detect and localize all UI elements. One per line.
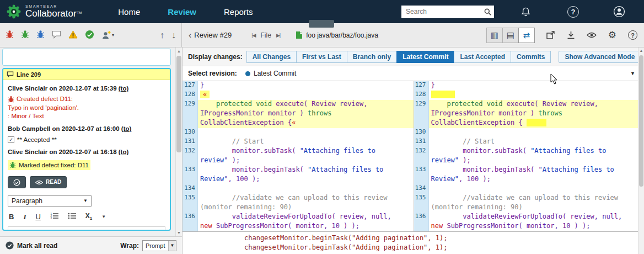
bold-button[interactable]: B	[9, 213, 14, 221]
numbered-list-button[interactable]: 123	[50, 213, 58, 221]
line-number[interactable]: 135	[414, 194, 429, 203]
code-line[interactable]: new SubProgressMonitor( monitor, 10 ) );	[198, 222, 414, 231]
line-number[interactable]: 127	[183, 81, 198, 91]
code-line[interactable]: Review", 100 );	[198, 175, 414, 184]
context-code-line[interactable]: changesetMonitor.beginTask("Adding pagin…	[183, 234, 644, 243]
code-line[interactable]: IProgressMonitor monitor ) throws	[429, 109, 644, 119]
comment-input[interactable]	[8, 226, 165, 231]
subscript-button[interactable]: X1	[85, 212, 92, 221]
back-chevron-icon[interactable]: ‹	[189, 31, 191, 40]
code-line[interactable]: (monitor remaining: 90)	[198, 203, 414, 213]
line-number[interactable]: 134	[414, 184, 429, 194]
line-number[interactable]	[414, 222, 429, 231]
code-line[interactable]	[429, 184, 644, 194]
paragraph-select[interactable]: Paragraph ▼	[8, 195, 92, 207]
read-button[interactable]: READ	[30, 176, 67, 188]
line-number[interactable]	[183, 119, 198, 128]
next-change-icon[interactable]: ↓	[171, 30, 176, 40]
wrap-select[interactable]: Prompt ▼	[142, 240, 176, 251]
comment-bubble-icon[interactable]	[52, 30, 61, 40]
btn-branch-only[interactable]: Branch only	[347, 51, 397, 63]
external-defect-icon[interactable]	[36, 30, 45, 40]
btn-first-vs-last[interactable]: First vs Last	[296, 51, 347, 63]
open-external-icon[interactable]	[546, 31, 555, 39]
nav-home[interactable]: Home	[118, 7, 140, 17]
line-number[interactable]	[414, 119, 429, 128]
code-line[interactable]	[429, 91, 644, 100]
settings-gear-icon[interactable]: ⚙	[608, 30, 616, 40]
code-line[interactable]: // Start	[429, 137, 644, 147]
code-line[interactable]: CollabClientException {«	[198, 119, 414, 128]
fixed-defect-icon[interactable]	[21, 30, 29, 40]
accepted-checkbox[interactable]: ✓	[8, 136, 14, 143]
select-revision-row[interactable]: Select revision: Latest Commit ▼	[183, 66, 644, 81]
prev-file-icon[interactable]: |◀	[251, 33, 255, 38]
btn-latest-commit[interactable]: Latest Commit	[396, 51, 454, 63]
code-line[interactable]: monitor.subTask( "Attaching files to	[198, 147, 414, 156]
line-number[interactable]: 135	[183, 194, 198, 203]
line-number[interactable]	[183, 156, 198, 166]
line-number[interactable]: 131	[414, 137, 429, 147]
comment-list-empty[interactable]	[2, 49, 171, 66]
create-defect-icon[interactable]	[6, 30, 14, 40]
code-line[interactable]: review" );	[198, 156, 414, 166]
underline-button[interactable]: U	[35, 213, 40, 221]
nav-review[interactable]: Review	[168, 7, 196, 17]
code-line[interactable]: }	[198, 81, 414, 91]
scroll-up-icon[interactable]: ▲	[638, 47, 644, 54]
next-file-icon[interactable]: ▶|	[276, 33, 280, 38]
code-line[interactable]: monitor.subTask( "Attaching files to	[429, 147, 644, 156]
line-number[interactable]: 136	[414, 213, 429, 222]
to-link[interactable]: (to)	[119, 149, 129, 155]
code-line[interactable]: «	[198, 91, 414, 100]
help-icon[interactable]: ?	[567, 6, 579, 18]
line-number[interactable]: 131	[183, 137, 198, 147]
code-line[interactable]: IProgressMonitor monitor ) throws	[198, 109, 414, 119]
view-columns-button[interactable]: ▥	[486, 28, 503, 43]
diff-scrollbar[interactable]: ▲	[638, 47, 644, 254]
line-number[interactable]: 127	[414, 81, 429, 91]
line-number[interactable]: 132	[183, 147, 198, 156]
warning-icon[interactable]	[68, 30, 78, 40]
mark-read-button[interactable]	[8, 176, 26, 188]
watch-eye-icon[interactable]	[587, 32, 597, 38]
code-line[interactable]: validateReviewForUploadTo( review, null,	[198, 213, 414, 222]
line-number[interactable]	[414, 156, 429, 166]
code-line[interactable]: Review", 100 );	[429, 175, 644, 184]
scroll-up-icon[interactable]: ▲	[176, 47, 182, 55]
btn-last-accepted[interactable]: Last Accepted	[454, 51, 511, 63]
code-line[interactable]	[429, 128, 644, 137]
format-more-caret-icon[interactable]: ▼	[101, 214, 106, 220]
line-number[interactable]	[414, 203, 429, 213]
add-participant-icon[interactable]: ▾	[101, 31, 114, 40]
code-line[interactable]	[198, 184, 414, 194]
review-title[interactable]: Review #29	[194, 31, 232, 39]
line-number[interactable]: 133	[183, 166, 198, 175]
line-number[interactable]: 128	[414, 91, 429, 100]
code-line[interactable]: protected void execute( Review review,	[198, 100, 414, 109]
to-link[interactable]: (to)	[119, 85, 129, 92]
btn-all-changes[interactable]: All Changes	[246, 51, 297, 63]
code-line[interactable]: protected void execute( Review review,	[429, 100, 644, 109]
code-line[interactable]: (monitor remaining: 90)	[429, 203, 644, 213]
line-number[interactable]	[183, 109, 198, 119]
line-number[interactable]: 129	[183, 100, 198, 109]
code-line[interactable]: //validate we can upload to this review	[429, 194, 644, 203]
code-line[interactable]: new SubProgressMonitor( monitor, 10 ) );	[429, 222, 644, 231]
code-line[interactable]: //validate we can upload to this review	[198, 194, 414, 203]
line-number[interactable]: 128	[183, 91, 198, 100]
file-path-group[interactable]: foo java/bar/baz/foo.java	[296, 31, 378, 39]
code-line[interactable]: monitor.beginTask( "Attaching files to	[198, 166, 414, 175]
scroll-down-icon[interactable]: ▼	[176, 229, 182, 236]
code-line[interactable]: // Start	[198, 137, 414, 147]
nav-reports[interactable]: Reports	[224, 7, 253, 17]
mark-all-read-icon[interactable]	[6, 241, 14, 250]
code-line[interactable]: CollabClientException {	[429, 119, 644, 128]
line-number[interactable]: 129	[414, 100, 429, 109]
account-icon[interactable]	[613, 6, 625, 18]
line-number[interactable]	[414, 109, 429, 119]
line-number[interactable]	[183, 175, 198, 184]
scrollbar-thumb[interactable]	[176, 56, 181, 152]
code-line[interactable]: }	[429, 81, 644, 91]
line-number[interactable]: 130	[183, 128, 198, 137]
